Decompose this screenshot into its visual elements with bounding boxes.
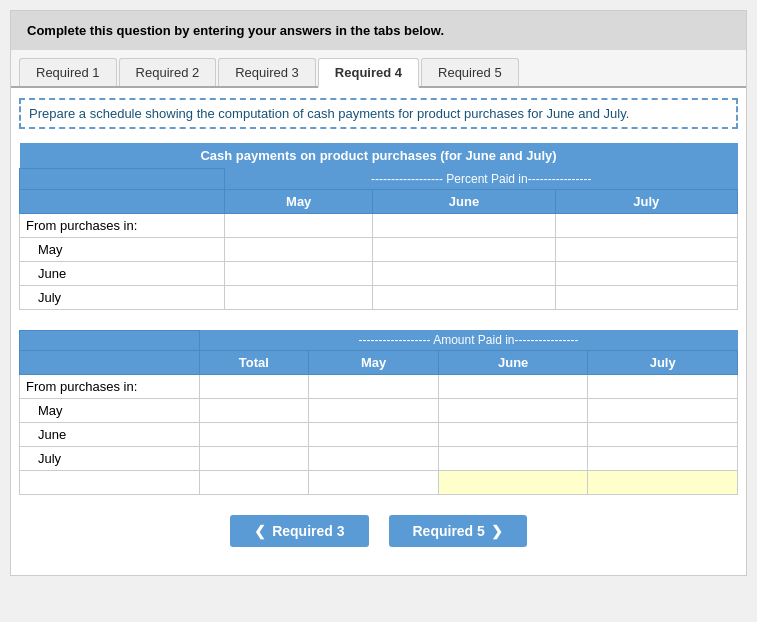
input-june-june-amt[interactable]: [439, 423, 588, 446]
col-june-pct: June: [373, 189, 555, 213]
tab-required1[interactable]: Required 1: [19, 58, 117, 86]
cell-july-total-amt: [199, 447, 309, 471]
cell-empty-may-amt: [309, 375, 439, 399]
input-total-july-amt[interactable]: [588, 471, 737, 494]
cell-july-july-amt: [588, 447, 738, 471]
top-table-title: Cash payments on product purchases (for …: [20, 143, 738, 169]
row-july-pct: July: [20, 285, 738, 309]
prev-button-label: Required 3: [272, 523, 344, 539]
input-empty-may-amt[interactable]: [309, 375, 438, 398]
input-empty-june-amt[interactable]: [439, 375, 588, 398]
main-content: Cash payments on product purchases (for …: [11, 139, 746, 575]
input-may-total-amt[interactable]: [200, 399, 309, 422]
cell-may-july-pct: [555, 237, 737, 261]
cell-total-total-amt: [199, 471, 309, 495]
cell-empty-july-pct: [555, 213, 737, 237]
tab-required2[interactable]: Required 2: [119, 58, 217, 86]
amount-paid-header: ------------------ Amount Paid in-------…: [199, 330, 737, 351]
input-june-may-pct[interactable]: [225, 262, 372, 285]
input-empty-june-pct[interactable]: [373, 214, 554, 237]
totals-label-amt: [20, 471, 200, 495]
cell-june-july-pct: [555, 261, 737, 285]
cell-july-may-pct: [225, 285, 373, 309]
input-june-june-pct[interactable]: [373, 262, 554, 285]
nav-buttons: Required 3 Required 5: [19, 505, 738, 563]
from-purchases-label-pct: From purchases in:: [20, 213, 225, 237]
next-button[interactable]: Required 5: [389, 515, 527, 547]
input-may-june-amt[interactable]: [439, 399, 588, 422]
cell-may-july-amt: [588, 399, 738, 423]
chevron-left-icon: [254, 523, 266, 539]
cell-may-may-amt: [309, 399, 439, 423]
col-june-amt: June: [438, 351, 588, 375]
label-may-amt: May: [20, 399, 200, 423]
label-may-pct: May: [20, 237, 225, 261]
input-july-july-pct[interactable]: [556, 286, 737, 309]
cell-empty-may-pct: [225, 213, 373, 237]
input-june-july-amt[interactable]: [588, 423, 737, 446]
cell-total-may-amt: [309, 471, 439, 495]
amount-paid-table: ------------------ Amount Paid in-------…: [19, 330, 738, 496]
col-may-pct: May: [225, 189, 373, 213]
tabs-bar: Required 1 Required 2 Required 3 Require…: [11, 50, 746, 88]
cell-empty-june-pct: [373, 213, 555, 237]
col-empty-amt: [20, 351, 200, 375]
cell-june-june-amt: [438, 423, 588, 447]
input-july-total-amt[interactable]: [200, 447, 309, 470]
cell-may-june-amt: [438, 399, 588, 423]
input-may-may-amt[interactable]: [309, 399, 438, 422]
cell-july-may-amt: [309, 447, 439, 471]
input-empty-total-amt[interactable]: [200, 375, 309, 398]
tab-required4[interactable]: Required 4: [318, 58, 419, 88]
input-may-may-pct[interactable]: [225, 238, 372, 261]
cell-may-total-amt: [199, 399, 309, 423]
row-may-amt: May: [20, 399, 738, 423]
col-july-amt: July: [588, 351, 738, 375]
input-july-may-amt[interactable]: [309, 447, 438, 470]
input-empty-july-pct[interactable]: [556, 214, 737, 237]
row-july-amt: July: [20, 447, 738, 471]
label-june-amt: June: [20, 423, 200, 447]
input-june-total-amt[interactable]: [200, 423, 309, 446]
input-may-june-pct[interactable]: [373, 238, 554, 261]
input-july-june-amt[interactable]: [439, 447, 588, 470]
col-total-amt: Total: [199, 351, 309, 375]
instruction-bar: Complete this question by entering your …: [11, 11, 746, 50]
label-july-pct: July: [20, 285, 225, 309]
input-total-total-amt[interactable]: [200, 471, 309, 494]
cell-empty-july-amt: [588, 375, 738, 399]
cell-july-june-pct: [373, 285, 555, 309]
cell-empty-june-amt: [438, 375, 588, 399]
input-june-july-pct[interactable]: [556, 262, 737, 285]
cell-total-july-amt: [588, 471, 738, 495]
totals-row-amt: [20, 471, 738, 495]
input-total-may-amt[interactable]: [309, 471, 438, 494]
next-button-label: Required 5: [413, 523, 485, 539]
input-may-july-pct[interactable]: [556, 238, 737, 261]
row-june-pct: June: [20, 261, 738, 285]
tab-required5[interactable]: Required 5: [421, 58, 519, 86]
label-june-pct: June: [20, 261, 225, 285]
group-label-row-amt: From purchases in:: [20, 375, 738, 399]
tab-required3[interactable]: Required 3: [218, 58, 316, 86]
input-july-june-pct[interactable]: [373, 286, 554, 309]
cell-total-june-amt: [438, 471, 588, 495]
cell-june-may-amt: [309, 423, 439, 447]
cell-may-june-pct: [373, 237, 555, 261]
input-july-july-amt[interactable]: [588, 447, 737, 470]
percent-paid-header: ------------------ Percent Paid in------…: [225, 169, 738, 190]
cell-empty-total-amt: [199, 375, 309, 399]
col-may-amt: May: [309, 351, 439, 375]
prev-button[interactable]: Required 3: [230, 515, 368, 547]
input-empty-july-amt[interactable]: [588, 375, 737, 398]
input-june-may-amt[interactable]: [309, 423, 438, 446]
cell-july-june-amt: [438, 447, 588, 471]
col-july-pct: July: [555, 189, 737, 213]
input-may-july-amt[interactable]: [588, 399, 737, 422]
chevron-right-icon: [491, 523, 503, 539]
row-may-pct: May: [20, 237, 738, 261]
input-empty-may-pct[interactable]: [225, 214, 372, 237]
input-july-may-pct[interactable]: [225, 286, 372, 309]
cell-may-may-pct: [225, 237, 373, 261]
input-total-june-amt[interactable]: [439, 471, 588, 494]
